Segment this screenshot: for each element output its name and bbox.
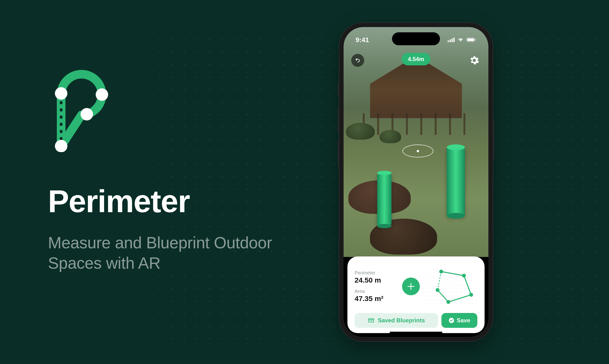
svg-point-3 <box>81 108 93 120</box>
phone-power-button <box>493 118 494 159</box>
svg-point-1 <box>55 87 67 100</box>
app-title: Perimeter <box>48 183 312 219</box>
signal-icon <box>448 36 455 44</box>
svg-rect-10 <box>467 39 474 41</box>
status-time: 9:41 <box>356 36 369 44</box>
blueprint-minimap <box>424 267 477 306</box>
check-circle-icon <box>449 318 454 323</box>
svg-point-15 <box>469 293 473 297</box>
svg-rect-6 <box>450 39 451 42</box>
svg-rect-8 <box>453 38 455 42</box>
svg-point-14 <box>462 274 466 278</box>
perimeter-label: Perimeter <box>355 270 398 276</box>
home-indicator <box>390 332 442 334</box>
phone-mute-switch <box>338 83 339 97</box>
svg-rect-11 <box>475 39 476 40</box>
undo-button[interactable] <box>351 54 364 67</box>
gear-icon <box>470 56 479 65</box>
distance-pill: 4.54m <box>401 53 430 65</box>
area-value: 47.35 m² <box>355 295 398 303</box>
plus-icon <box>406 282 415 291</box>
area-label: Area <box>355 288 398 294</box>
svg-point-2 <box>96 88 108 101</box>
dynamic-island <box>392 32 440 45</box>
phone-screen: 9:41 4.54m <box>344 27 488 337</box>
scene-foliage <box>346 123 375 140</box>
scene-foliage <box>380 130 401 143</box>
svg-point-16 <box>446 300 450 304</box>
hero-left-column: Perimeter Measure and Blueprint Outdoor … <box>48 61 312 273</box>
app-logo <box>48 61 110 152</box>
tray-icon <box>368 318 374 323</box>
ar-marker <box>377 173 391 226</box>
measurement-card: Perimeter 24.50 m Area 47.35 m² <box>347 257 484 333</box>
ar-reticle <box>402 144 433 157</box>
ar-camera-view: 4.54m <box>344 27 488 257</box>
settings-button[interactable] <box>468 54 481 67</box>
perimeter-value: 24.50 m <box>355 276 398 284</box>
phone-mockup: 9:41 4.54m <box>339 23 493 341</box>
svg-line-12 <box>438 272 441 290</box>
battery-icon <box>466 36 476 44</box>
svg-point-17 <box>436 288 440 292</box>
ar-marker <box>447 147 465 216</box>
area-metric: Area 47.35 m² <box>355 288 398 303</box>
svg-rect-7 <box>452 39 453 42</box>
svg-point-4 <box>55 140 67 152</box>
svg-point-13 <box>439 270 443 273</box>
phone-volume-down <box>338 140 339 167</box>
save-button[interactable]: Save <box>442 313 477 328</box>
phone-volume-up <box>338 106 339 133</box>
app-tagline: Measure and Blueprint Outdoor Spaces wit… <box>48 233 312 273</box>
saved-blueprints-label: Saved Blueprints <box>378 317 425 324</box>
scene-house-stilts <box>363 113 469 135</box>
wifi-icon <box>457 36 464 44</box>
add-point-button[interactable] <box>402 278 420 295</box>
saved-blueprints-button[interactable]: Saved Blueprints <box>355 313 438 328</box>
perimeter-metric: Perimeter 24.50 m <box>355 270 398 284</box>
save-label: Save <box>457 317 470 324</box>
undo-icon <box>354 57 361 64</box>
svg-rect-5 <box>448 40 449 42</box>
